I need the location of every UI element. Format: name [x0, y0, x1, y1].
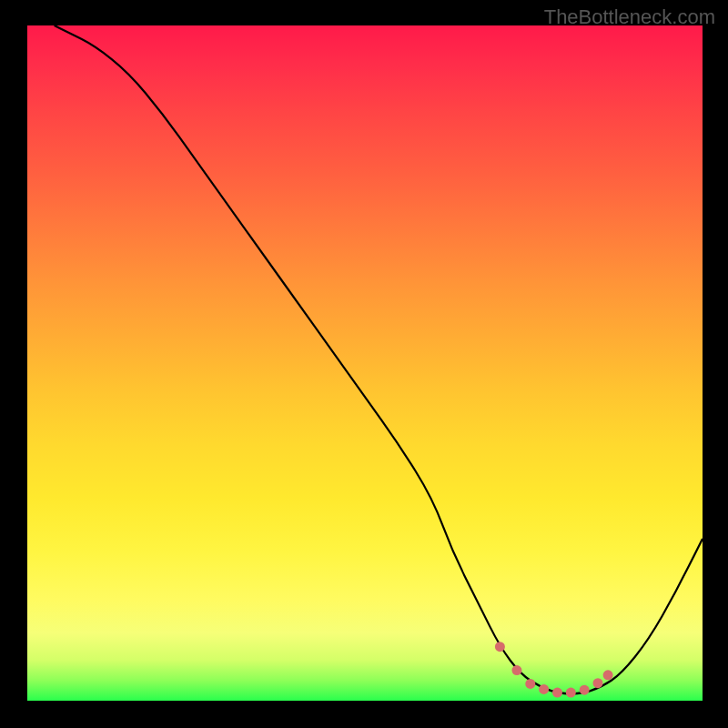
highlight-dot — [511, 665, 521, 675]
chart-svg — [27, 25, 703, 701]
highlight-dot — [525, 679, 535, 689]
highlight-dot — [580, 685, 590, 695]
highlight-dot — [592, 678, 602, 688]
highlight-dot — [552, 688, 562, 698]
highlight-dot — [603, 670, 613, 680]
highlight-dot — [495, 642, 505, 652]
highlight-dot — [539, 684, 549, 694]
watermark-text: TheBottleneck.com — [544, 5, 715, 29]
plot-area — [27, 25, 703, 701]
bottleneck-curve-path — [55, 25, 703, 694]
highlight-dot — [566, 688, 576, 698]
